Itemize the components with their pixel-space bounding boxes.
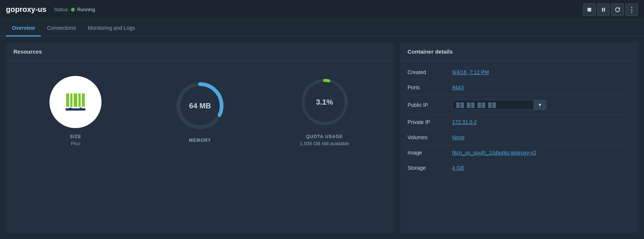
svg-rect-9 (78, 93, 81, 107)
refresh-button[interactable] (611, 3, 624, 16)
memory-label-title: MEMORY (189, 138, 211, 143)
tab-overview[interactable]: Overview (6, 20, 41, 36)
detail-row-storage: Storage 4 GB (408, 160, 631, 175)
svg-rect-2 (604, 8, 605, 12)
details-body: Created 9/4/16, 7:12 PM Ports 9443 Publi… (400, 61, 638, 179)
more-button[interactable] (625, 3, 638, 16)
detail-value-image[interactable]: htcn_us_south_1/ubuntu:goproxy-v2 (452, 150, 631, 156)
pause-button[interactable] (597, 3, 610, 16)
tabs: Overview Connections Monitoring and Logs (0, 19, 644, 36)
memory-resource: 64 MB MEMORY (174, 80, 226, 143)
quota-text: 3.1% (316, 98, 333, 106)
resources-body: SIZE Pico 64 MB (6, 61, 394, 161)
size-label: SIZE Pico (70, 134, 81, 146)
detail-row-ports: Ports 9443 (408, 80, 631, 95)
detail-row-publicip: Public IP ▓▓ ▓▓ ▓▓ ▓▓ ▼ (408, 95, 631, 115)
app-title: goproxy-us (6, 5, 46, 14)
public-ip-dropdown-btn[interactable]: ▼ (534, 100, 546, 110)
memory-donut: 64 MB (174, 80, 226, 132)
memory-text: 64 MB (189, 101, 211, 110)
detail-key-ports: Ports (408, 85, 452, 90)
size-resource: SIZE Pico (49, 76, 102, 146)
svg-point-5 (631, 11, 632, 12)
detail-row-privateip: Private IP 172.31.0.2 (408, 115, 631, 130)
detail-key-storage: Storage (408, 165, 452, 171)
svg-rect-1 (602, 8, 603, 12)
size-circle (49, 76, 102, 128)
detail-row-volumes: Volumes None (408, 130, 631, 145)
detail-value-created[interactable]: 9/4/16, 7:12 PM (452, 69, 631, 75)
stop-button[interactable] (583, 3, 596, 16)
resources-title: Resources (6, 42, 394, 61)
svg-rect-13 (80, 108, 82, 111)
detail-key-privateip: Private IP (408, 119, 452, 125)
svg-rect-10 (82, 93, 85, 107)
svg-rect-7 (70, 93, 73, 107)
detail-key-publicip: Public IP (408, 102, 452, 108)
main-content: Resources (0, 36, 644, 239)
details-panel: Container details Created 9/4/16, 7:12 P… (400, 42, 638, 233)
svg-rect-0 (587, 8, 591, 12)
svg-rect-11 (65, 108, 86, 111)
detail-value-ports[interactable]: 9443 (452, 85, 631, 90)
status-label: Status: (54, 7, 69, 12)
svg-point-4 (631, 9, 632, 10)
svg-rect-6 (66, 93, 69, 107)
detail-row-image: Image htcn_us_south_1/ubuntu:goproxy-v2 (408, 145, 631, 160)
svg-point-3 (631, 7, 632, 8)
status-dot (71, 8, 75, 12)
public-ip-wrapper: ▓▓ ▓▓ ▓▓ ▓▓ ▼ (452, 100, 546, 110)
size-value: Pico (70, 141, 81, 146)
public-ip-input: ▓▓ ▓▓ ▓▓ ▓▓ (452, 100, 534, 110)
svg-rect-8 (74, 93, 77, 107)
size-label-title: SIZE (70, 134, 81, 139)
quota-resource: 3.1% QUOTA USAGE 1.938 GB still availabl… (299, 76, 351, 146)
memory-label: MEMORY (189, 138, 211, 143)
detail-key-created: Created (408, 69, 452, 75)
detail-key-volumes: Volumes (408, 134, 452, 140)
detail-value-storage[interactable]: 4 GB (452, 165, 631, 171)
detail-value-privateip[interactable]: 172.31.0.2 (452, 119, 631, 125)
resources-panel: Resources (6, 42, 394, 233)
detail-key-image: Image (408, 150, 452, 156)
quota-label: QUOTA USAGE 1.938 GB still available (300, 134, 349, 146)
detail-row-created: Created 9/4/16, 7:12 PM (408, 65, 631, 80)
details-title: Container details (400, 42, 638, 61)
quota-sub: 1.938 GB still available (300, 141, 349, 146)
svg-rect-12 (69, 108, 71, 111)
status-text: Running (77, 7, 95, 12)
tab-monitoring-logs[interactable]: Monitoring and Logs (82, 20, 141, 36)
detail-value-volumes[interactable]: None (452, 134, 631, 140)
quota-donut: 3.1% (299, 76, 351, 128)
header-actions (583, 3, 638, 16)
tab-connections[interactable]: Connections (41, 20, 82, 36)
quota-label-title: QUOTA USAGE (300, 134, 349, 139)
header: goproxy-us Status: Running (0, 0, 644, 19)
